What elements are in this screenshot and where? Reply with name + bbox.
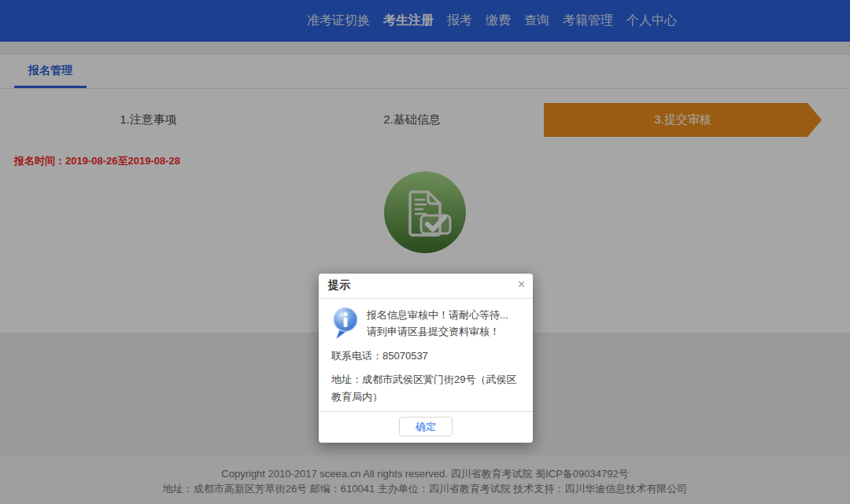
dialog-message-line2: 请到申请区县提交资料审核！	[367, 323, 508, 340]
ok-button[interactable]: 确定	[399, 417, 453, 436]
dialog-message-row: 报名信息审核中！请耐心等待... 请到申请区县提交资料审核！	[331, 306, 520, 340]
dialog-message: 报名信息审核中！请耐心等待... 请到申请区县提交资料审核！	[367, 306, 508, 340]
page: 准考证切换 考生注册 报考 缴费 查询 考籍管理 个人中心 报名管理 1.注意事…	[0, 0, 850, 504]
dialog-footer: 确定	[319, 411, 533, 443]
dialog-title: 提示	[328, 278, 350, 291]
contact-address-text: 地址：成都市武侯区黉门街29号（武侯区教育局内）	[331, 371, 520, 406]
dialog-header: 提示 ×	[319, 274, 533, 299]
dialog-message-line1: 报名信息审核中！请耐心等待...	[367, 307, 508, 323]
contact-phone-text: 联系电话：85070537	[331, 349, 520, 363]
info-icon	[331, 306, 360, 340]
close-icon[interactable]: ×	[518, 277, 525, 292]
alert-dialog: 提示 ×	[319, 274, 533, 443]
dialog-body: 报名信息审核中！请耐心等待... 请到申请区县提交资料审核！ 联系电话：8507…	[319, 299, 533, 411]
